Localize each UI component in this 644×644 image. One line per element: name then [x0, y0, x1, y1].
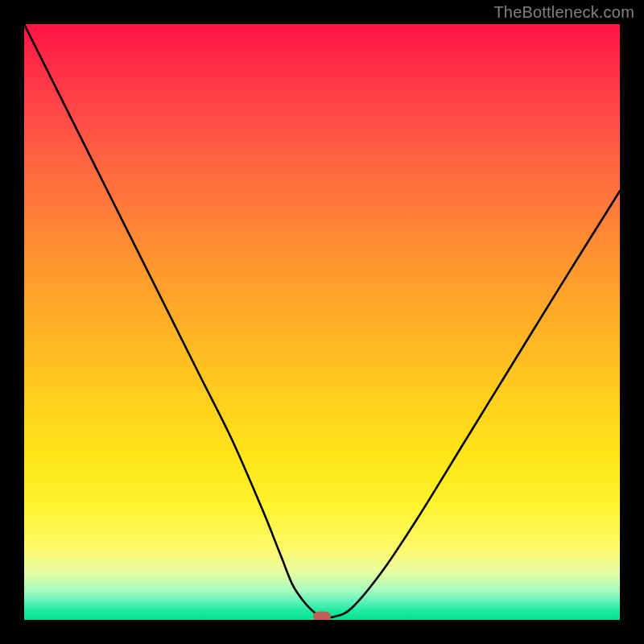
plot-area — [24, 24, 620, 620]
curve-path — [24, 24, 620, 617]
chart-frame: TheBottleneck.com — [0, 0, 644, 644]
bottleneck-curve — [24, 24, 620, 620]
watermark-text: TheBottleneck.com — [493, 3, 634, 22]
optimal-marker — [313, 612, 331, 620]
